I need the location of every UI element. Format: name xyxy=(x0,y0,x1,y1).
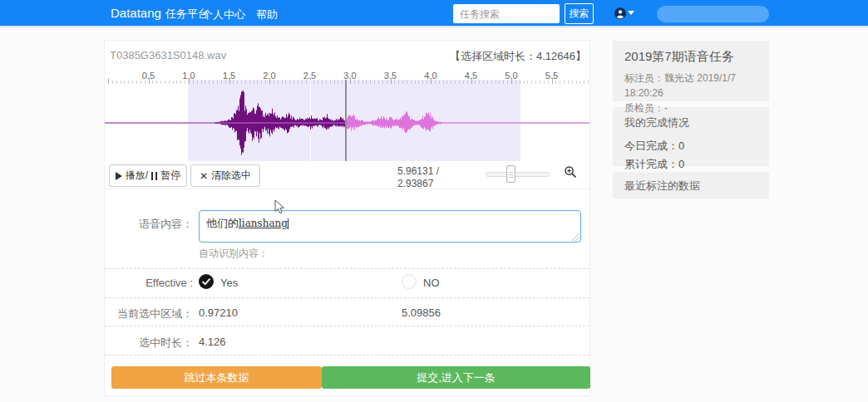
zoom-slider-handle[interactable] xyxy=(506,165,515,183)
annotator-line: 标注员：魏光达 2019/1/7 18:20:26 xyxy=(624,71,757,100)
time-current: 2.93867 xyxy=(397,178,439,190)
today-done: 今日完成：0 xyxy=(624,137,757,155)
completion-title: 我的完成情况 xyxy=(624,115,757,130)
file-row: T0385G3631S0148.wav 【选择区域时长：4.12646】 xyxy=(105,41,589,69)
nav-personal-center[interactable]: 个人中心 xyxy=(202,7,245,22)
region-label: 当前选中区域： xyxy=(105,306,193,321)
annotation-panel: T0385G3631S0148.wav 【选择区域时长：4.12646】 0.5… xyxy=(104,40,590,396)
user-avatar-icon xyxy=(614,7,626,19)
sidebar: 2019第7期语音任务 标注员：魏光达 2019/1/7 18:20:26 质检… xyxy=(613,41,769,204)
region-end-value: 5.09856 xyxy=(402,306,441,319)
divider xyxy=(105,355,589,355)
nav-help[interactable]: 帮助 xyxy=(256,7,278,22)
speech-text: 他们的 xyxy=(206,217,239,229)
time-total: 5.96131 / xyxy=(397,165,439,178)
play-pause-button[interactable]: 播放/暂停 xyxy=(109,164,187,187)
pause-label: 暂停 xyxy=(160,169,180,183)
region-start-value: 0.97210 xyxy=(199,306,238,319)
recent-data-card: 最近标注的数据 xyxy=(613,172,769,199)
clear-label: 清除选中 xyxy=(211,169,251,183)
effective-yes-label[interactable]: Yes xyxy=(220,277,238,289)
username-redacted xyxy=(657,6,769,22)
divider xyxy=(105,326,589,326)
divider xyxy=(105,297,589,298)
selection-duration-note: 【选择区域时长：4.12646】 xyxy=(450,49,586,64)
effective-yes-radio[interactable] xyxy=(199,274,214,289)
navbar: Datatang任务平台 个人中心 帮助 搜索 xyxy=(0,0,868,27)
zoom-slider-track[interactable] xyxy=(486,172,550,177)
close-icon: ✕ xyxy=(200,170,208,182)
effective-label: Effective : xyxy=(105,277,193,289)
divider xyxy=(105,268,589,269)
text-caret xyxy=(288,218,289,229)
user-menu[interactable] xyxy=(614,7,634,21)
divider xyxy=(105,189,589,189)
brand-name: Datatang xyxy=(111,6,161,20)
duration-value: 4.126 xyxy=(199,336,226,348)
auto-recognition-label: 自动识别内容： xyxy=(199,247,269,261)
play-label: 播放/ xyxy=(126,169,148,183)
resize-grip-icon[interactable] xyxy=(572,233,579,241)
time-display: 5.96131 / 2.93867 xyxy=(397,165,439,190)
task-info-card: 2019第7期语音任务 标注员：魏光达 2019/1/7 18:20:26 质检… xyxy=(613,41,769,101)
search-input[interactable] xyxy=(453,4,560,23)
brand[interactable]: Datatang任务平台 xyxy=(111,6,209,22)
zoom-in-icon[interactable] xyxy=(564,165,577,179)
speech-content-label: 语音内容： xyxy=(105,217,193,232)
play-icon xyxy=(116,172,122,180)
pause-icon xyxy=(151,172,157,180)
clear-selection-button[interactable]: ✕清除选中 xyxy=(190,164,260,187)
skip-button[interactable]: 跳过本条数据 xyxy=(111,366,322,389)
search-button[interactable]: 搜索 xyxy=(565,3,594,24)
mouse-cursor-icon xyxy=(274,199,285,214)
effective-no-label[interactable]: NO xyxy=(423,277,440,289)
check-icon xyxy=(202,278,210,286)
effective-no-radio[interactable] xyxy=(402,274,417,289)
page: Datatang任务平台 个人中心 帮助 搜索 T0385G3631S0148.… xyxy=(0,0,868,402)
completion-card: 我的完成情况 今日完成：0 累计完成：0 xyxy=(613,107,769,166)
playhead-cursor xyxy=(345,80,347,161)
waveform-canvas[interactable] xyxy=(105,84,589,161)
audio-filename: T0385G3631S0148.wav xyxy=(110,49,226,61)
total-done: 累计完成：0 xyxy=(624,155,757,174)
submit-next-button[interactable]: 提交,进入下一条 xyxy=(322,366,590,389)
duration-label: 选中时长： xyxy=(105,336,193,351)
waveform-zone xyxy=(105,84,589,161)
task-title: 2019第7期语音任务 xyxy=(624,49,757,65)
speech-content-textarea[interactable]: 他们的lianshang xyxy=(199,210,581,243)
speech-composing-text: lianshang xyxy=(239,218,288,229)
chevron-down-icon xyxy=(628,11,634,15)
recent-title: 最近标注的数据 xyxy=(624,179,757,194)
